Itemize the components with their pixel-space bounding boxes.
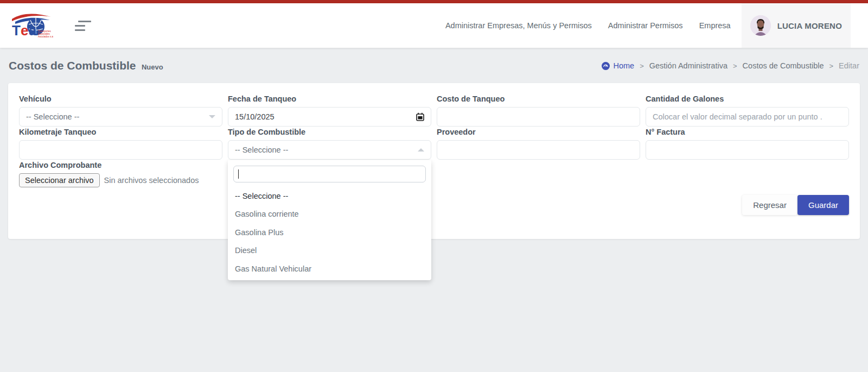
proveedor-input[interactable] [437,140,640,160]
tipo-option-gas-natural[interactable]: Gas Natural Vehicular [233,260,426,278]
user-menu[interactable]: LUCIA MORENO [742,3,851,48]
breadcrumb-separator: > [733,62,737,70]
chevron-up-icon [418,148,424,152]
nav-item-administrar-permisos[interactable]: Administrar Permisos [608,21,683,30]
field-proveedor: Proveedor [437,127,640,160]
guardar-button[interactable]: Guardar [797,195,849,215]
archivo-file-status: Sin archivos seleccionados [104,176,199,185]
svg-text:e: e [21,22,28,39]
breadcrumb-separator: > [829,62,834,70]
form-actions: Regresar Guardar [742,195,849,215]
field-fecha-tanqueo: Fecha de Tanqueo 15/10/2025 [228,94,431,127]
proveedor-label: Proveedor [437,128,640,136]
tipo-dropdown-options: -- Seleccione -- Gasolina corriente Gaso… [233,187,426,278]
tipo-label: Tipo de Combustible [228,128,431,136]
fecha-label: Fecha de Tanqueo [228,94,431,103]
costo-label: Costo de Tanqueo [437,94,640,103]
vehiculo-select[interactable]: -- Seleccione -- [19,107,222,127]
company-logo[interactable]: T e a Transportes Especiales Asociados s… [11,10,53,41]
nav-item-administrar-empresas[interactable]: Administrar Empresas, Menús y Permisos [445,21,592,30]
tipo-select[interactable]: -- Seleccione -- [228,140,431,160]
breadcrumb-item-editar: Editar [839,61,859,70]
user-avatar [750,15,771,36]
galones-label: Cantidad de Galones [646,94,849,103]
header-nav: Administrar Empresas, Menús y Permisos A… [445,21,731,30]
svg-text:T: T [12,22,21,39]
factura-label: N° Factura [646,128,849,136]
menu-icon[interactable] [75,20,91,31]
breadcrumb: Home > Gestión Administrativa > Costos d… [602,61,859,70]
tipo-option-gasolina-plus[interactable]: Gasolina Plus [233,223,426,242]
menu-icon-bar [75,25,85,27]
factura-input[interactable] [646,140,849,160]
kilometraje-input[interactable] [19,140,222,160]
archivo-select-file-button[interactable]: Seleccionar archivo [19,173,100,187]
page-head: Costos de Combustible Nuevo Home > Gesti… [0,55,868,76]
tipo-dropdown-search-input[interactable] [233,166,426,182]
menu-icon-bar [75,29,85,31]
field-kilometraje: Kilometraje Tanqueo [19,127,222,160]
field-factura: N° Factura [646,127,849,160]
nav-item-empresa[interactable]: Empresa [699,21,731,30]
svg-text:Asociados s.a.s.: Asociados s.a.s. [38,35,53,38]
vehiculo-label: Vehículo [19,94,222,103]
galones-input[interactable] [646,107,849,127]
tipo-option-seleccione[interactable]: -- Seleccione -- [233,187,426,205]
app-header: T e a Transportes Especiales Asociados s… [0,3,868,48]
kilometraje-label: Kilometraje Tanqueo [19,128,222,136]
text-cursor [238,169,239,179]
archivo-file-input: Seleccionar archivo Sin archivos selecci… [19,173,222,187]
field-tipo-combustible: Tipo de Combustible -- Seleccione -- -- … [228,127,431,160]
tipo-selected-value: -- Seleccione -- [235,146,288,154]
costo-input[interactable] [437,107,640,127]
breadcrumb-home-label: Home [613,61,634,70]
menu-icon-bar [78,21,91,22]
page-title-group: Costos de Combustible Nuevo [9,59,163,72]
breadcrumb-item-gestion[interactable]: Gestión Administrativa [649,61,727,70]
field-cantidad-galones: Cantidad de Galones [646,94,849,127]
breadcrumb-item-costos[interactable]: Costos de Combustible [743,61,824,70]
fecha-date-input[interactable]: 15/10/2025 [228,107,431,127]
field-vehiculo: Vehículo -- Seleccione -- [19,94,222,127]
user-name: LUCIA MORENO [777,21,842,30]
dashboard-icon [602,62,610,70]
company-logo-image: T e a Transportes Especiales Asociados s… [11,10,53,41]
tipo-option-gasolina-corriente[interactable]: Gasolina corriente [233,205,426,224]
tipo-option-diesel[interactable]: Diesel [233,242,426,260]
page-subtitle: Nuevo [142,63,163,71]
vehiculo-selected-value: -- Seleccione -- [26,112,79,121]
svg-text:a: a [29,22,37,39]
field-archivo-comprobante: Archivo Comprobante Seleccionar archivo … [19,160,222,187]
tipo-dropdown-panel: -- Seleccione -- Gasolina corriente Gaso… [228,160,431,280]
page-title: Costos de Combustible [9,59,136,72]
form-card: Vehículo -- Seleccione -- Fecha de Tanqu… [8,83,860,239]
calendar-icon[interactable] [416,112,424,121]
person-avatar-icon [750,15,771,36]
breadcrumb-home-link[interactable]: Home [602,61,634,70]
regresar-button[interactable]: Regresar [742,195,797,215]
chevron-down-icon [209,115,215,118]
archivo-label: Archivo Comprobante [19,161,222,169]
field-costo-tanqueo: Costo de Tanqueo [437,94,640,127]
fecha-value: 15/10/2025 [235,112,275,121]
breadcrumb-separator: > [640,62,644,70]
form-grid: Vehículo -- Seleccione -- Fecha de Tanqu… [19,94,849,188]
